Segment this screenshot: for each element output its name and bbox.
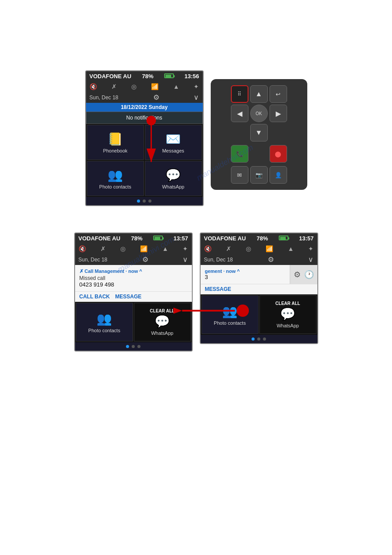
nav-back-key[interactable]: ↩ — [270, 85, 287, 103]
notification-banner: No notifications — [86, 112, 203, 124]
battery-icon-2l — [153, 235, 163, 242]
status-bar-2l: VODAFONE AU 78% 13:57 — [75, 233, 192, 243]
whatsapp-icon-2l: 💬 — [155, 314, 170, 329]
app-grid-2r: 👥 Photo contacts CLEAR ALL 💬 WhatsApp — [201, 294, 317, 335]
whatsapp-icon-1: 💬 — [165, 168, 181, 182]
carrier-2r: VODAFONE AU — [204, 235, 246, 242]
app-whatsapp-clear-right[interactable]: CLEAR ALL 💬 WhatsApp — [259, 295, 316, 334]
nav-down-key[interactable]: ▼ — [250, 124, 268, 141]
bt-icon-2r: ✗ — [226, 245, 231, 252]
apps-key[interactable]: ⠿ — [231, 85, 248, 103]
dot-1-active — [137, 200, 140, 203]
app-whatsapp-clear-left[interactable]: CLEAR ALL 💬 WhatsApp — [134, 303, 191, 341]
dot-2r-3 — [263, 337, 266, 341]
phonebook-icon: 📒 — [108, 132, 123, 146]
end-key[interactable]: ⬤ — [270, 145, 287, 163]
dot-2l-1 — [126, 345, 129, 348]
phonebook-label: Phonebook — [103, 148, 128, 153]
star-icon-2l: ✦ — [183, 245, 188, 252]
nav-center-key[interactable]: OK — [250, 105, 268, 122]
star-icon: ✦ — [194, 83, 199, 90]
call-key[interactable]: 📞 — [231, 145, 248, 163]
message-btn-right[interactable]: MESSAGE — [205, 286, 231, 292]
app-whatsapp-1[interactable]: 💬 WhatsApp — [145, 161, 202, 196]
icons-row-2l: 🔇 ✗ ◎ 📶 ▲ ✦ — [75, 243, 192, 254]
camera-key[interactable]: 📷 — [250, 166, 268, 184]
wifi-icon-2l: 📶 — [140, 245, 147, 252]
notification-item-left[interactable]: ✗ Call Management · now ^ Missed call 04… — [75, 265, 192, 292]
message-key[interactable]: ✉ — [231, 166, 248, 184]
page-dots-2l — [75, 342, 192, 351]
notif-number-left: 0423 919 498 — [79, 281, 187, 288]
whatsapp-label-2l: WhatsApp — [151, 330, 173, 336]
chevron-down-icon-1[interactable]: ∨ — [194, 93, 199, 102]
icons-row-2r: 🔇 ✗ ◎ 📶 ▲ ✦ — [201, 243, 317, 254]
date-strip-1: 18/12/2022 Sunday — [86, 103, 203, 112]
carrier-2l: VODAFONE AU — [79, 235, 121, 242]
mute-icon-2l: 🔇 — [79, 245, 86, 252]
settings-icon-2r[interactable]: ⚙ — [268, 255, 274, 264]
dot-2l-3 — [137, 345, 140, 348]
photo-contacts-icon-1: 👥 — [108, 168, 123, 182]
date-row-1: Sun, Dec 18 ⚙ ∨ — [86, 92, 203, 103]
nav-right-key[interactable]: ▶ — [270, 105, 287, 122]
contacts-key[interactable]: 👤 — [270, 166, 287, 184]
date-row-2r: Sun, Dec 18 ⚙ ∨ — [201, 254, 317, 265]
app-photo-contacts-1[interactable]: 👥 Photo contacts — [87, 161, 144, 196]
time-2l: 13:57 — [173, 235, 188, 242]
app-grid-1: 📒 Phonebook ✉️ Messages 👥 Photo contacts — [86, 124, 203, 197]
bt-icon-2l: ✗ — [101, 245, 106, 252]
carrier-1: VODAFONE AU — [90, 73, 132, 80]
swipe-clock-icon[interactable]: 🕐 — [304, 270, 314, 279]
network-icon-2l: ▲ — [162, 245, 168, 252]
wifi-icon: 📶 — [151, 83, 158, 90]
dot-1-2 — [143, 200, 146, 203]
battery-icon-1 — [164, 73, 174, 80]
phone-screenshot-1: VODAFONE AU 78% 13:56 🔇 ✗ ◎ 📶 ▲ ✦ — [85, 70, 204, 206]
partial-notif-title: gement · now ^ — [205, 268, 285, 274]
app-messages[interactable]: ✉️ Messages — [145, 125, 202, 160]
nav-up-key[interactable]: ▲ — [250, 85, 268, 103]
settings-icon-2l[interactable]: ⚙ — [142, 255, 148, 264]
notif-actions-right: MESSAGE — [201, 284, 317, 294]
nav-grid: ⠿ ▲ ↩ ◀ OK ▶ — [217, 85, 301, 141]
app-photo-contacts-2r[interactable]: 👥 Photo contacts — [201, 295, 259, 334]
date-1: Sun, Dec 18 — [90, 94, 119, 101]
messages-icon: ✉️ — [165, 132, 181, 146]
clear-all-label-left: CLEAR ALL — [150, 308, 174, 313]
clear-all-label-right: CLEAR ALL — [275, 301, 300, 306]
nav-left-key[interactable]: ◀ — [231, 105, 248, 122]
star-icon-2r: ✦ — [308, 245, 313, 252]
page-dots-2r — [201, 335, 317, 343]
status-bar-2r: VODAFONE AU 78% 13:57 — [201, 233, 317, 243]
whatsapp-icon-2r: 💬 — [280, 307, 295, 321]
phone-screenshot-2-right: VODAFONE AU 78% 13:57 🔇 ✗ ◎ 📶 ▲ ✦ — [200, 232, 318, 352]
swipe-settings-icon[interactable]: ⚙ — [294, 270, 301, 279]
app-phonebook[interactable]: 📒 Phonebook — [87, 125, 144, 160]
chevron-down-icon-2l[interactable]: ∨ — [183, 255, 188, 264]
dot-2r-1 — [252, 337, 255, 341]
battery-2l: 78% — [131, 235, 142, 242]
partial-notif-number: 3 — [205, 274, 285, 280]
notif-actions-left: CALL BACK MESSAGE — [75, 292, 192, 302]
settings-icon-1[interactable]: ⚙ — [153, 93, 159, 102]
loc-icon: ◎ — [131, 83, 137, 90]
battery-pct-1: 78% — [142, 73, 153, 80]
date-2r: Sun, Dec 18 — [204, 257, 233, 263]
date-row-2l: Sun, Dec 18 ⚙ ∨ — [75, 254, 192, 265]
photo-contacts-icon-2l: 👥 — [97, 312, 112, 326]
battery-icon-2r — [279, 235, 288, 242]
loc-icon-2l: ◎ — [120, 245, 126, 252]
messages-label: Messages — [162, 148, 184, 153]
keypad: ⠿ ▲ ↩ ◀ OK ▶ — [211, 79, 307, 190]
app-photo-contacts-2l[interactable]: 👥 Photo contacts — [76, 303, 133, 341]
time-2r: 13:57 — [299, 235, 313, 242]
photo-contacts-label-1: Photo contacts — [99, 184, 131, 189]
message-btn-left[interactable]: MESSAGE — [115, 294, 141, 300]
battery-2r: 78% — [256, 235, 268, 242]
notif-subtitle-left: Missed call — [79, 275, 187, 281]
call-back-btn[interactable]: CALL BACK — [79, 294, 110, 300]
chevron-down-icon-2r[interactable]: ∨ — [308, 255, 313, 264]
status-bar-1: VODAFONE AU 78% 13:56 — [86, 71, 203, 81]
partial-notif-left: gement · now ^ 3 — [201, 265, 290, 284]
